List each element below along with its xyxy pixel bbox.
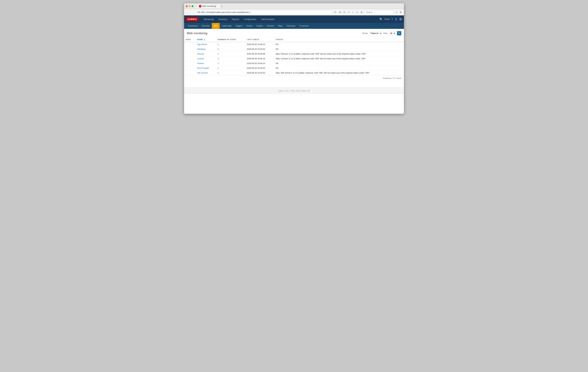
subnav-overview[interactable]: Overview: [200, 23, 212, 29]
cell-status: OK: [274, 66, 404, 71]
table-row: License12016-05-26 19:44:18Step "License…: [184, 56, 404, 61]
tab-favicon: Z: [199, 5, 201, 7]
top-navigation: ZABBIX Monitoring Inventory Reports Conf…: [184, 15, 404, 23]
share-nav-label[interactable]: Share: [384, 18, 390, 20]
col-status: STATUS: [274, 37, 404, 42]
subnav-events[interactable]: Events: [244, 23, 254, 29]
cell-host: [184, 61, 196, 66]
subnav-latest-data[interactable]: Latest data: [220, 23, 233, 29]
cell-host: [184, 56, 196, 61]
found-link[interactable]: found: [397, 77, 401, 79]
table-row: Printers12016-05-26 19:44:24OK: [184, 61, 404, 66]
active-tab[interactable]: Z Web monitoring ×: [197, 4, 220, 8]
cell-steps: 1: [216, 42, 245, 47]
subnav-discovery[interactable]: Discovery: [285, 23, 297, 29]
nav-right-icons: 🔍 Share ? 👤 ⏻: [379, 18, 402, 21]
cell-last-check: 2016-05-26 19:43:53: [245, 66, 274, 71]
sub-navigation: Dashboard Overview Web Latest data Trigg…: [184, 23, 404, 29]
footer-text: Zabbix 3.0.3. © 2001–2016, Zabbix SIA: [278, 90, 310, 92]
cell-steps: 1: [216, 52, 245, 56]
subnav-dashboard[interactable]: Dashboard: [186, 23, 200, 29]
name-link[interactable]: Printers: [197, 62, 204, 65]
cell-host: [184, 42, 196, 47]
cell-name[interactable]: Devices: [196, 52, 216, 56]
name-link[interactable]: Site Servers: [197, 72, 208, 74]
reload-button[interactable]: ↻: [333, 10, 337, 14]
cell-status: Step "License" [1 of 1] failed: response…: [274, 56, 404, 61]
share-icon[interactable]: ⇧: [395, 10, 398, 14]
cell-last-check: 2016-05-26 19:44:18: [245, 56, 274, 61]
browser-search-input[interactable]: [364, 10, 394, 14]
cell-name[interactable]: Print Provider: [196, 66, 216, 71]
browser-window: Z Web monitoring × + ← → ↻ ★ ☷ ⇩ ⌂ ☺ ⧉ ⇧…: [184, 3, 404, 114]
host-select[interactable]: all: [389, 31, 396, 35]
cell-name[interactable]: App Server: [196, 42, 216, 47]
name-link[interactable]: App Server: [197, 43, 207, 46]
web-monitoring-table: HOST NAME ▲ NUMBER OF STEPS LAST CHECK S…: [184, 37, 404, 75]
new-tab-button[interactable]: +: [221, 5, 223, 8]
nav-item-configuration[interactable]: Configuration: [242, 15, 259, 23]
cell-status: OK: [274, 61, 404, 66]
name-link[interactable]: Print Provider: [197, 67, 209, 69]
tab-close-button[interactable]: ×: [217, 5, 218, 7]
tab-bar: Z Web monitoring × +: [197, 4, 402, 8]
cell-host: [184, 66, 196, 71]
subnav-web[interactable]: Web: [212, 23, 220, 29]
cell-last-check: 2016-05-26 19:44:24: [245, 61, 274, 66]
search-nav-icon[interactable]: 🔍: [379, 18, 383, 21]
reader-icon[interactable]: ☷: [343, 10, 346, 14]
col-name[interactable]: NAME ▲: [196, 37, 216, 42]
subnav-graphs[interactable]: Graphs: [254, 23, 265, 29]
display-count: Displaying 7 of 7: [383, 77, 397, 79]
address-bar[interactable]: [195, 10, 332, 14]
cell-steps: 1: [216, 71, 245, 75]
cell-name[interactable]: Printers: [196, 61, 216, 66]
emoji-icon[interactable]: ☺: [355, 10, 359, 14]
extension-icon[interactable]: ⧉: [360, 10, 363, 14]
group-label: Group: [362, 32, 368, 34]
subnav-maps[interactable]: Maps: [276, 23, 285, 29]
home-icon[interactable]: ⌂: [351, 10, 355, 14]
minimize-button[interactable]: [189, 5, 191, 7]
nav-item-reports[interactable]: Reports: [229, 15, 242, 23]
filter-button[interactable]: ✎: [397, 31, 401, 35]
name-link[interactable]: License: [197, 58, 204, 60]
cell-name[interactable]: License: [196, 56, 216, 61]
col-host: HOST: [184, 37, 196, 42]
cell-name[interactable]: Database: [196, 47, 216, 52]
power-nav-icon[interactable]: ⏻: [399, 18, 402, 21]
cell-host: [184, 52, 196, 56]
forward-button[interactable]: →: [190, 10, 194, 14]
bookmark-icon[interactable]: ★: [338, 10, 342, 14]
subnav-triggers[interactable]: Triggers: [233, 23, 245, 29]
cell-steps: 1: [216, 47, 245, 52]
name-link[interactable]: Devices: [197, 53, 204, 55]
nav-item-administration[interactable]: Administration: [259, 15, 277, 23]
cell-last-check: 2016-05-26 19:43:38: [245, 52, 274, 56]
cell-steps: 1: [216, 66, 245, 71]
download-icon[interactable]: ⇩: [347, 10, 350, 14]
main-navigation: Monitoring Inventory Reports Configurati…: [201, 15, 277, 23]
back-button[interactable]: ←: [185, 10, 189, 14]
nav-item-inventory[interactable]: Inventory: [216, 15, 229, 23]
zabbix-logo: ZABBIX: [186, 17, 198, 21]
table-row: Print Provider12016-05-26 19:43:53OK: [184, 66, 404, 71]
subnav-it-services[interactable]: IT services: [297, 23, 311, 29]
maximize-button[interactable]: [192, 5, 194, 7]
table-row: App Server12016-05-26 19:44:24OK: [184, 42, 404, 47]
group-select[interactable]: Papercut: [369, 31, 382, 35]
name-link[interactable]: Database: [197, 48, 206, 50]
nav-item-monitoring[interactable]: Monitoring: [201, 15, 216, 23]
page-title: Web monitoring: [187, 32, 207, 35]
cell-last-check: 2016-05-26 19:44:24: [245, 42, 274, 47]
cell-name[interactable]: Site Servers: [196, 71, 216, 75]
subnav-screens[interactable]: Screens: [265, 23, 276, 29]
sidebar-icon[interactable]: ☰: [399, 10, 403, 14]
cell-steps: 1: [216, 61, 245, 66]
close-button[interactable]: [186, 5, 188, 7]
traffic-lights: [186, 5, 194, 7]
table-header: HOST NAME ▲ NUMBER OF STEPS LAST CHECK S…: [184, 37, 404, 42]
browser-toolbar: ← → ↻ ★ ☷ ⇩ ⌂ ☺ ⧉ ⇧ ☰: [184, 9, 404, 15]
user-nav-icon[interactable]: 👤: [394, 18, 398, 21]
help-nav-icon[interactable]: ?: [391, 18, 393, 21]
